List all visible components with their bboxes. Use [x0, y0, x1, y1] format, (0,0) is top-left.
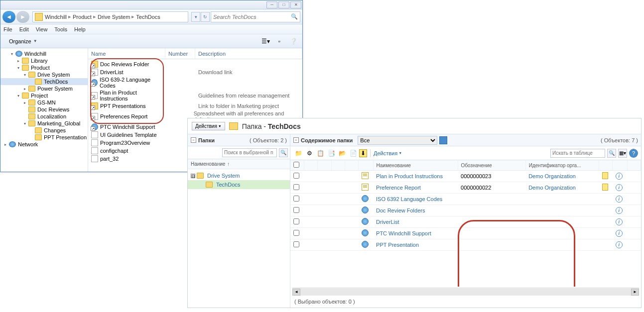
row-checkbox[interactable] — [293, 230, 299, 236]
note-icon[interactable] — [602, 184, 608, 191]
tree-toggle-icon[interactable]: ▾ — [15, 65, 21, 71]
folder-search-input[interactable] — [222, 148, 277, 157]
add-icon[interactable]: 📋 — [315, 148, 325, 158]
tree-item[interactable]: ▸Network — [0, 141, 88, 148]
table-row[interactable]: Preference Report0000000022Demo Organiza… — [290, 182, 641, 194]
item-name-link[interactable]: PTC Windchill Support — [376, 230, 431, 236]
org-link[interactable]: Demo Organization — [528, 185, 576, 191]
menu-edit[interactable]: Edit — [19, 26, 29, 32]
org-link[interactable]: Demo Organization — [528, 173, 576, 179]
tree-toggle-icon[interactable]: ▸ — [22, 86, 27, 92]
tree-item[interactable]: ▸Library — [0, 57, 88, 64]
breadcrumb-item[interactable]: Windchill — [45, 14, 67, 20]
tree-toggle-icon[interactable] — [22, 114, 27, 119]
organize-button[interactable]: Organize ▼ — [3, 36, 43, 46]
actions-link[interactable]: Действия▼ — [374, 150, 402, 156]
search-icon[interactable]: 🔍 — [279, 148, 288, 157]
note-icon[interactable] — [602, 172, 608, 179]
actions-button[interactable]: Действия▼ — [192, 122, 225, 130]
maximize-button[interactable]: □ — [278, 1, 289, 8]
tree-item[interactable]: ▾Product — [0, 64, 88, 71]
scroll-right-button[interactable]: ► — [631, 289, 639, 296]
breadcrumb-item[interactable]: Drive System — [98, 14, 130, 20]
item-name-link[interactable]: DriverList — [376, 219, 399, 225]
menu-tools[interactable]: Tools — [54, 26, 67, 32]
tree-panel[interactable]: ▾Windchill▸Library▾Product▾Drive SystemT… — [0, 48, 88, 172]
tree-item[interactable]: TechDocs — [188, 180, 290, 189]
select-all-checkbox[interactable] — [293, 162, 299, 168]
close-button[interactable]: ✕ — [290, 1, 301, 8]
list-row[interactable]: Doc Reviews Folder — [88, 60, 302, 68]
menu-file[interactable]: File — [3, 26, 12, 32]
tree-item[interactable]: ▾Marketing_Global — [0, 120, 88, 127]
tree-item[interactable]: ▾Windchill — [0, 50, 88, 57]
tree-toggle-icon[interactable] — [28, 128, 34, 133]
scroll-left-button[interactable]: ◄ — [292, 289, 300, 296]
row-checkbox[interactable] — [293, 207, 299, 213]
table-row[interactable]: Doc Review Foldersi — [290, 205, 641, 216]
forward-button[interactable]: ► — [16, 11, 29, 23]
tree-toggle-icon[interactable]: ▾ — [22, 121, 27, 126]
remove-icon[interactable]: 📑 — [326, 148, 336, 158]
view-options-button[interactable]: ☰▾ — [259, 36, 271, 46]
info-icon[interactable]: i — [616, 218, 623, 225]
column-description[interactable]: Description — [195, 48, 302, 59]
tree-toggle-icon[interactable]: ▾ — [15, 93, 21, 99]
collapse-button[interactable]: − — [293, 137, 299, 143]
folder-action-icon[interactable]: 📂 — [337, 148, 347, 158]
history-dropdown[interactable]: ▾ — [191, 12, 200, 22]
tree-item[interactable]: ▾Project — [0, 92, 88, 99]
column-designation[interactable]: Обозначение — [458, 160, 525, 171]
tree-toggle-icon[interactable]: ▸ — [2, 142, 8, 147]
table-row[interactable]: DriverListi — [290, 216, 641, 228]
tree-item[interactable]: PPT Presentation — [0, 134, 88, 141]
breadcrumb[interactable]: Windchill▸ Product▸ Drive System▸ TechDo… — [32, 11, 188, 22]
tree-toggle-icon[interactable]: ▸ — [15, 58, 21, 64]
info-icon[interactable]: i — [616, 207, 623, 214]
item-name-link[interactable]: ISO 6392 Language Codes — [376, 196, 442, 202]
help-icon[interactable]: ? — [629, 149, 638, 158]
new-doc-icon[interactable]: ⚙ — [304, 148, 314, 158]
preview-pane-button[interactable]: ▫ — [273, 36, 285, 46]
column-org[interactable]: Идентификатор орга... — [525, 160, 599, 171]
info-icon[interactable]: i — [616, 173, 623, 180]
filter-select[interactable]: Все — [358, 136, 437, 145]
row-checkbox[interactable] — [293, 173, 299, 179]
table-search-input[interactable] — [550, 149, 605, 158]
search-icon[interactable]: 🔍 — [607, 149, 616, 158]
tree-item[interactable]: Changes — [0, 127, 88, 134]
search-input[interactable] — [213, 14, 291, 20]
tree-item[interactable]: Localization — [0, 113, 88, 120]
tree-item[interactable]: ▸Power System — [0, 85, 88, 92]
table-row[interactable]: ISO 6392 Language Codesi — [290, 194, 641, 205]
table-row[interactable]: PPT Presentationi — [290, 239, 641, 251]
tree-header[interactable]: Наименование ↑ — [188, 159, 290, 169]
back-button[interactable]: ◄ — [2, 11, 15, 23]
table-row[interactable]: Plan in Product Instructions0000000023De… — [290, 171, 641, 182]
tree-toggle-icon[interactable] — [22, 107, 27, 112]
breadcrumb-item[interactable]: TechDocs — [136, 14, 160, 20]
save-icon[interactable] — [439, 136, 447, 144]
export-icon[interactable]: ⬇ — [359, 149, 367, 157]
tree-toggle-icon[interactable]: ▸ — [22, 100, 27, 105]
tree-item[interactable]: ⊟Drive System — [188, 171, 290, 180]
column-name[interactable]: Name — [88, 48, 165, 59]
breadcrumb-item[interactable]: Product — [73, 14, 92, 20]
tree-item[interactable]: ▾Drive System — [0, 71, 88, 78]
tree-toggle-icon[interactable]: ▾ — [9, 51, 14, 57]
table-row[interactable]: PTC Windchill Supporti — [290, 228, 641, 239]
refresh-button[interactable]: ↻ — [201, 12, 210, 22]
tree-toggle-icon[interactable] — [28, 135, 34, 140]
item-name-link[interactable]: Preference Report — [376, 185, 421, 191]
info-icon[interactable]: i — [616, 230, 623, 237]
collapse-button[interactable]: − — [191, 137, 196, 143]
info-icon[interactable]: i — [616, 184, 623, 191]
item-name-link[interactable]: PPT Presentation — [376, 242, 419, 248]
minimize-button[interactable]: ─ — [266, 1, 277, 8]
item-name-link[interactable]: Doc Review Folders — [376, 208, 425, 213]
info-icon[interactable]: i — [616, 241, 623, 248]
list-row[interactable]: DriverListDownload link — [88, 68, 302, 76]
tree-item[interactable]: Doc Reviews — [0, 106, 88, 113]
tree-toggle-icon[interactable]: ⊟ — [191, 174, 195, 178]
column-number[interactable]: Number — [165, 48, 195, 59]
